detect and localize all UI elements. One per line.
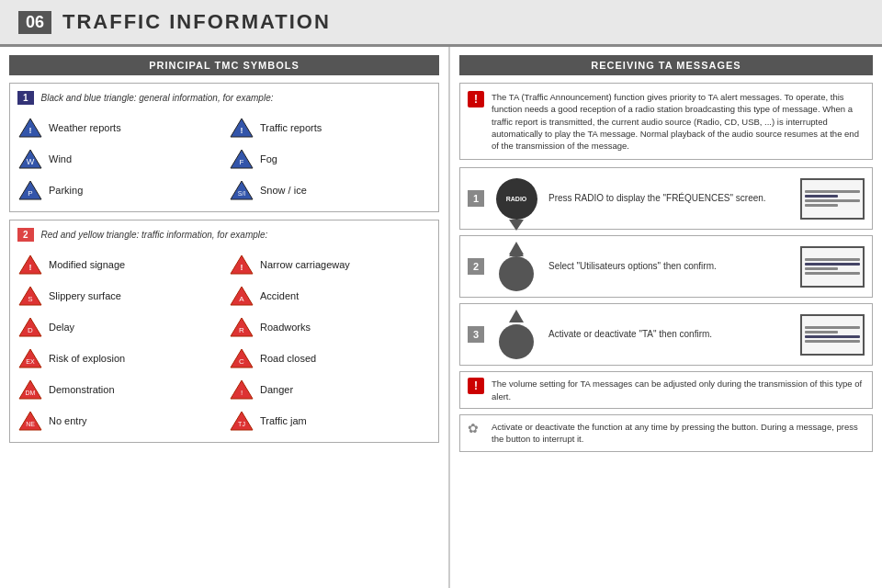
blue-triangle-icon: ! [17, 117, 43, 139]
box2-items: ! Modified signage ! Narrow carriageway … [17, 251, 431, 435]
right-panel: RECEIVING TA MESSAGES ! The TA (Traffic … [450, 46, 882, 588]
blue-triangle-icon: W [17, 148, 43, 170]
item-weather-reports: Weather reports [49, 122, 121, 133]
item-delay: Delay [49, 322, 74, 333]
step-2-screen [800, 246, 865, 288]
svg-text:!: ! [241, 389, 243, 397]
list-item: DM Demonstration [17, 376, 220, 403]
svg-text:!: ! [241, 126, 243, 135]
item-no-entry: No entry [49, 415, 87, 426]
svg-text:P: P [28, 189, 32, 198]
item-roadworks: Roadworks [260, 322, 311, 333]
box2-label: 2 [17, 228, 34, 242]
list-item: A Accident [229, 282, 431, 310]
step-3-screen [800, 314, 865, 356]
header-divider [0, 44, 882, 47]
item-parking: Parking [49, 185, 83, 196]
screen-line [805, 195, 838, 198]
item-road-closed: Road closed [260, 353, 316, 364]
svg-text:EX: EX [26, 358, 35, 365]
svg-text:!: ! [241, 263, 243, 272]
svg-text:A: A [239, 295, 244, 303]
item-accident: Accident [260, 290, 299, 301]
screen-line [805, 340, 860, 343]
svg-text:D: D [28, 326, 33, 334]
step-3-text: Activate or deactivate "TA" then confirm… [548, 328, 791, 341]
left-panel: PRINCIPAL TMC SYMBOLS 1 Black and blue t… [0, 46, 450, 588]
box1-items: ! Weather reports ! Traffic reports W [17, 114, 431, 204]
blue-triangle-icon: F [229, 148, 254, 170]
list-item: ! Modified signage [17, 251, 220, 278]
svg-text:W: W [27, 157, 35, 166]
list-item: S Slippery surface [17, 282, 220, 310]
list-item: C Road closed [229, 345, 431, 372]
red-triangle-icon: S [17, 285, 43, 307]
box-traffic-info: 2 Red and yellow triangle: traffic infor… [9, 220, 439, 443]
list-item: S/I Snow / ice [229, 176, 431, 204]
list-item: R Roadworks [229, 313, 431, 341]
list-item: ! Narrow carriageway [229, 251, 431, 278]
list-item: NE No entry [17, 407, 220, 435]
item-demonstration: Demonstration [49, 384, 115, 395]
arrow-btn-visual-2[interactable] [499, 324, 534, 359]
right-section-title: RECEIVING TA MESSAGES [459, 55, 873, 75]
step-3-number: 3 [468, 326, 484, 343]
screen-line [805, 199, 860, 202]
svg-text:DM: DM [26, 390, 36, 396]
item-snow-ice: Snow / ice [260, 185, 307, 196]
red-triangle-icon: D [17, 316, 43, 338]
step-1-screen [800, 178, 865, 220]
radio-btn-visual[interactable]: RADIO [496, 178, 537, 220]
svg-text:NE: NE [26, 421, 35, 427]
screen-line [805, 263, 860, 266]
list-item: EX Risk of explosion [17, 345, 220, 372]
svg-text:S/I: S/I [238, 190, 246, 197]
item-traffic-jam: Traffic jam [260, 415, 307, 426]
page-title: TRAFFIC INFORMATION [62, 10, 331, 34]
item-modified-signage: Modified signage [49, 259, 125, 270]
ta-info-box: ! The TA (Traffic Announcement) function… [459, 83, 873, 160]
note-2-text: Activate or deactivate the function at a… [492, 421, 865, 446]
step-1-box: 1 RADIO Press RADIO to display the "FRÉQ… [459, 167, 873, 230]
red-triangle-icon: NE [17, 410, 43, 432]
list-item: F Fog [229, 145, 431, 173]
list-item: P Parking [17, 176, 220, 204]
screen-line [805, 204, 838, 207]
svg-text:C: C [239, 357, 244, 366]
step-1-number: 1 [468, 190, 484, 207]
box1-label: 1 [17, 91, 34, 105]
box2-description: Red and yellow triangle: traffic informa… [41, 230, 268, 240]
main-content: PRINCIPAL TMC SYMBOLS 1 Black and blue t… [0, 46, 882, 588]
list-item: TJ Traffic jam [229, 407, 431, 435]
item-wind: Wind [49, 153, 72, 164]
svg-text:TJ: TJ [238, 421, 245, 427]
step-2-box: 2 Select "Utilisateurs options" then con… [459, 235, 873, 298]
svg-text:R: R [239, 326, 244, 334]
exclamation-icon: ! [468, 91, 484, 107]
svg-text:!: ! [29, 263, 32, 272]
page-header: 06 TRAFFIC INFORMATION [0, 0, 882, 46]
svg-text:F: F [240, 158, 244, 166]
step-2-number: 2 [468, 258, 484, 275]
ta-info-text: The TA (Traffic Announcement) function g… [492, 91, 865, 152]
item-risk-of-explosion: Risk of explosion [49, 353, 125, 364]
red-triangle-icon: A [229, 285, 254, 307]
left-section-title: PRINCIPAL TMC SYMBOLS [9, 55, 439, 75]
step-2-text: Select "Utilisateurs options" then confi… [548, 260, 791, 273]
note-1-box: ! The volume setting for TA messages can… [459, 371, 873, 409]
note-1-text: The volume setting for TA messages can b… [492, 378, 865, 402]
box1-description: Black and blue triangle: general informa… [41, 93, 274, 103]
screen-line [805, 331, 838, 334]
box-general-info: 1 Black and blue triangle: general infor… [9, 83, 439, 212]
blue-triangle-icon: P [17, 179, 43, 201]
item-fog: Fog [260, 153, 277, 164]
screen-line [805, 267, 838, 270]
chapter-number: 06 [18, 11, 51, 34]
sun-icon: ✿ [468, 421, 484, 437]
radio-button-icon: RADIO [493, 175, 539, 221]
arrow-up-icon [493, 243, 539, 289]
arrow-btn-visual[interactable] [499, 256, 534, 291]
step-1-text: Press RADIO to display the "FRÉQUENCES" … [548, 192, 791, 205]
blue-triangle-icon: ! [229, 117, 254, 139]
svg-text:S: S [28, 295, 32, 303]
